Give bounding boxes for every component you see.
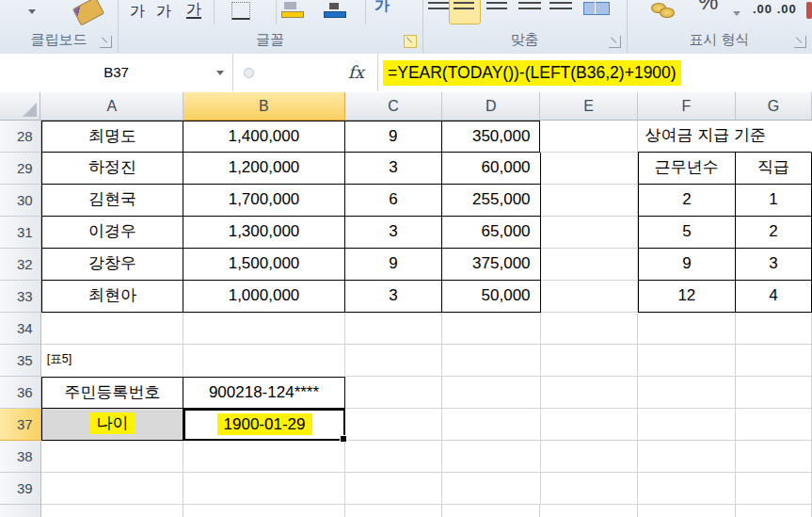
cell-D38[interactable] (442, 441, 541, 473)
cell-C33[interactable]: 3 (345, 281, 442, 313)
number-dialog-launcher-icon[interactable] (794, 36, 806, 48)
increase-indent-icon[interactable] (549, 2, 572, 11)
cell-B36[interactable]: 900218-124**** (183, 377, 345, 409)
cell-B32[interactable]: 1,500,000 (183, 249, 345, 281)
cell-C38[interactable] (345, 441, 442, 473)
cell-D34[interactable] (442, 313, 541, 345)
cell-G35[interactable] (736, 345, 812, 377)
cell-D30[interactable]: 255,000 (442, 185, 541, 217)
cell-A39[interactable] (41, 473, 183, 505)
row-header-35[interactable]: 35 (0, 345, 41, 377)
column-header-G[interactable]: G (736, 92, 812, 121)
cell-E34[interactable] (541, 313, 638, 345)
clipboard-dialog-launcher-icon[interactable] (100, 36, 112, 48)
cell-B33[interactable]: 1,000,000 (183, 281, 345, 313)
cell-F34[interactable] (638, 313, 736, 345)
underline-icon[interactable]: 가 (186, 2, 201, 19)
cell-B34[interactable] (183, 313, 345, 345)
cell-E36[interactable] (541, 377, 638, 409)
cell-E31[interactable] (541, 217, 638, 249)
cell-D39[interactable] (442, 473, 541, 505)
cell-C32[interactable]: 9 (345, 249, 442, 281)
cell-B40[interactable] (183, 505, 345, 517)
cell-D37[interactable] (442, 409, 541, 441)
align-middle-icon[interactable] (454, 2, 474, 11)
cell-D36[interactable] (442, 377, 541, 409)
cell-F29[interactable]: 근무년수 (638, 153, 736, 185)
cell-C34[interactable] (345, 313, 442, 345)
cell-C29[interactable]: 3 (345, 153, 442, 185)
cell-D28[interactable]: 350,000 (442, 121, 541, 153)
cell-F32[interactable]: 9 (638, 249, 736, 281)
cell-G39[interactable] (736, 473, 812, 505)
decrease-indent-icon[interactable] (518, 2, 541, 11)
cell-E28[interactable] (540, 121, 637, 153)
cell-D33[interactable]: 50,000 (442, 281, 541, 313)
cell-G34[interactable] (736, 313, 812, 345)
cell-C31[interactable]: 3 (345, 217, 442, 249)
cell-D40[interactable] (442, 505, 540, 517)
cell-B38[interactable] (183, 441, 345, 473)
decimal-style-icons[interactable]: .00 .00 (753, 2, 797, 16)
currency-format-icon[interactable] (660, 8, 675, 18)
cell-G33[interactable]: 4 (736, 281, 812, 313)
cell-G29[interactable]: 직급 (736, 153, 812, 185)
formula-input[interactable]: =YEAR(TODAY())-(LEFT(B36,2)+1900) (383, 54, 681, 91)
cell-C30[interactable]: 6 (345, 185, 442, 217)
cell-F36[interactable] (638, 377, 736, 409)
cell-F37[interactable] (638, 409, 736, 441)
percent-style-icon[interactable]: % (698, 0, 718, 15)
merge-center-icon[interactable] (583, 2, 610, 15)
cell-A33[interactable]: 최현아 (41, 281, 183, 313)
cell-F33[interactable]: 12 (638, 281, 736, 313)
cell-D32[interactable]: 375,000 (442, 249, 541, 281)
column-header-B[interactable]: B (183, 92, 345, 121)
cell-A30[interactable]: 김현국 (41, 185, 183, 217)
cell-B35[interactable] (183, 345, 345, 377)
grow-font-icon[interactable]: 가 (130, 4, 145, 19)
cell-C37[interactable] (345, 409, 442, 441)
column-header-E[interactable]: E (540, 92, 637, 121)
cell-G32[interactable]: 3 (736, 249, 812, 281)
cell-E29[interactable] (541, 153, 638, 185)
row-header-33[interactable]: 33 (0, 281, 41, 313)
row-header-39[interactable]: 39 (0, 473, 41, 505)
cell-F31[interactable]: 5 (638, 217, 736, 249)
cell-D29[interactable]: 60,000 (442, 153, 541, 185)
number-format-dropdown-icon[interactable] (733, 11, 740, 16)
row-header-32[interactable]: 32 (0, 249, 41, 281)
cell-G30[interactable]: 1 (736, 185, 812, 217)
cell-E33[interactable] (541, 281, 638, 313)
cell-B31[interactable]: 1,300,000 (183, 217, 345, 249)
cell-G40[interactable] (736, 505, 812, 517)
name-box-dropdown-icon[interactable] (216, 71, 224, 75)
cell-A40[interactable] (41, 505, 183, 517)
cell-F35[interactable] (638, 345, 736, 377)
row-header-30[interactable]: 30 (0, 185, 41, 217)
cell-A32[interactable]: 강창우 (41, 249, 183, 281)
cell-E35[interactable] (541, 345, 638, 377)
cell-C28[interactable]: 9 (345, 121, 442, 153)
cell-F38[interactable] (638, 441, 736, 473)
cell-B29[interactable]: 1,200,000 (183, 153, 345, 185)
cell-A35[interactable]: [표5] (41, 345, 184, 377)
font-dialog-launcher-icon[interactable] (404, 35, 417, 48)
cell-C35[interactable] (345, 345, 442, 377)
column-header-C[interactable]: C (345, 92, 442, 121)
align-bottom-icon[interactable] (486, 2, 507, 11)
row-header-29[interactable]: 29 (0, 153, 41, 185)
column-header-D[interactable]: D (442, 92, 540, 121)
fill-handle[interactable] (340, 435, 347, 443)
font-color-icon[interactable] (324, 11, 346, 18)
formula-bar-handle[interactable] (244, 68, 254, 78)
cell-E38[interactable] (541, 441, 638, 473)
column-header-A[interactable]: A (40, 92, 183, 121)
cell-A37[interactable]: 나이 (41, 409, 183, 441)
cell-E40[interactable] (540, 505, 637, 517)
cell-A34[interactable] (41, 313, 183, 345)
cell-C36[interactable] (345, 377, 442, 409)
paste-dropdown-icon[interactable] (28, 9, 36, 14)
cell-A28[interactable]: 최명도 (41, 121, 183, 153)
name-box[interactable]: B37 (0, 54, 233, 91)
cell-A36[interactable]: 주민등록번호 (41, 377, 183, 409)
